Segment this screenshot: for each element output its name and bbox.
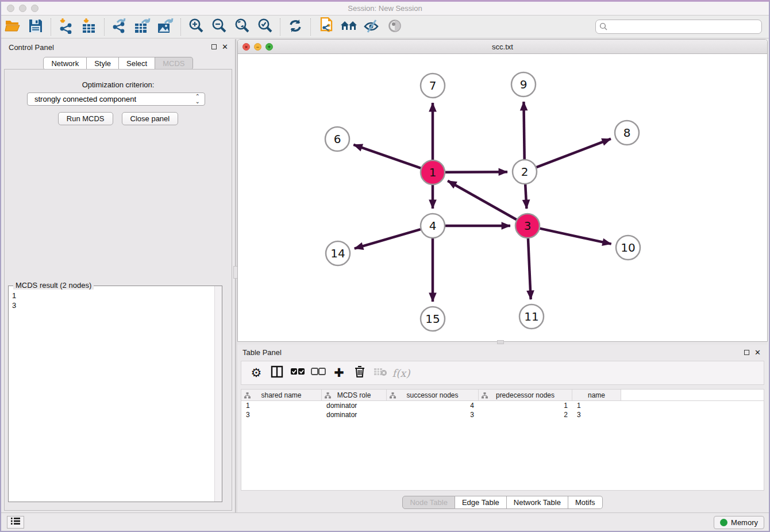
show-columns-button[interactable]: [267, 364, 287, 381]
tab-network[interactable]: Network: [43, 57, 87, 70]
create-column-button[interactable]: ✚: [329, 364, 349, 381]
zoom-in-button[interactable]: [186, 18, 206, 36]
toolbar-separator: [310, 18, 311, 36]
graph-edge-3-1[interactable]: [448, 181, 517, 219]
cell-shared-name[interactable]: 3: [241, 410, 322, 419]
deselect-all-button[interactable]: [308, 364, 329, 381]
cell-name[interactable]: 1: [572, 401, 621, 410]
criterion-value: strongly connected component: [34, 95, 136, 103]
table-settings-button[interactable]: ⚙: [246, 364, 267, 381]
delete-rows-button[interactable]: [349, 364, 370, 381]
splitter-grip[interactable]: [497, 340, 504, 344]
toolbar-separator: [51, 18, 51, 36]
column-header-name[interactable]: name: [572, 390, 621, 400]
graph-edge-1-2[interactable]: [445, 172, 507, 172]
hide-eye-icon: [363, 18, 380, 36]
cell-mcds-role[interactable]: dominator: [322, 410, 387, 419]
node-table: shared name MCDS role successor nodes pr…: [241, 389, 764, 491]
network-graph[interactable]: 7968124310141511: [238, 54, 767, 341]
close-panel-icon[interactable]: ✕: [222, 44, 228, 50]
new-network-from-selection-button[interactable]: [316, 18, 336, 36]
cell-successor-nodes[interactable]: 3: [387, 410, 479, 419]
export-image-icon: [157, 18, 174, 36]
cell-predecessor-nodes[interactable]: 1: [479, 401, 572, 410]
list-icon: [10, 517, 21, 527]
column-header-mcds-role[interactable]: MCDS role: [322, 390, 387, 400]
export-image-button[interactable]: [156, 18, 175, 36]
table-toolbar: ⚙ ✚ f(x): [241, 361, 764, 385]
graph-node-label: 7: [429, 79, 437, 92]
tab-node-table[interactable]: Node Table: [402, 496, 455, 509]
cell-name[interactable]: 3: [572, 410, 621, 419]
show-all-button[interactable]: [385, 18, 405, 36]
network-window-titlebar[interactable]: × − + scc.txt: [238, 40, 767, 54]
result-scrollbar[interactable]: [214, 286, 222, 502]
memory-label: Memory: [731, 518, 758, 527]
run-mcds-button[interactable]: Run MCDS: [58, 112, 113, 125]
document-network-icon: [318, 17, 334, 37]
column-header-shared-name[interactable]: shared name: [241, 390, 322, 400]
import-network-icon: [58, 18, 74, 36]
graph-edge-4-14[interactable]: [355, 229, 421, 248]
show-task-history-button[interactable]: [7, 516, 24, 529]
sort-tree-icon: [390, 392, 396, 399]
criterion-select[interactable]: strongly connected component ⌃⌄: [27, 92, 205, 106]
columns-icon: [271, 365, 283, 380]
memory-button[interactable]: Memory: [714, 516, 764, 529]
sort-tree-icon: [482, 392, 488, 399]
import-network-button[interactable]: [56, 18, 76, 36]
export-table-button[interactable]: [133, 18, 152, 36]
select-all-button[interactable]: [287, 364, 308, 381]
zoom-fit-button[interactable]: [232, 18, 252, 36]
control-panel-title: Control Panel: [9, 43, 54, 52]
graph-edge-3-10[interactable]: [540, 229, 611, 244]
search-input[interactable]: [595, 20, 762, 34]
import-table-button[interactable]: [79, 18, 99, 36]
cell-predecessor-nodes[interactable]: 2: [479, 410, 572, 419]
graph-edge-2-8[interactable]: [537, 139, 611, 167]
cell-mcds-role[interactable]: dominator: [322, 401, 387, 410]
delete-column-button[interactable]: [370, 364, 391, 381]
refresh-layout-button[interactable]: [286, 18, 305, 36]
tab-style[interactable]: Style: [87, 57, 119, 70]
function-builder-button[interactable]: f(x): [391, 364, 411, 381]
cell-successor-nodes[interactable]: 4: [387, 401, 479, 410]
graph-edge-1-6[interactable]: [353, 145, 421, 168]
plus-icon: ✚: [334, 366, 344, 380]
float-panel-icon[interactable]: [211, 44, 217, 49]
tab-motifs[interactable]: Motifs: [568, 496, 603, 509]
table-row[interactable]: 3 dominator 3 2 3: [241, 410, 764, 419]
save-session-button[interactable]: [26, 18, 45, 36]
session-title: Session: New Session: [1, 4, 769, 13]
float-panel-icon[interactable]: [744, 350, 749, 355]
close-panel-button[interactable]: Close panel: [122, 112, 179, 125]
tab-mcds[interactable]: MCDS: [155, 57, 192, 70]
select-stepper-icon: ⌃⌄: [195, 94, 200, 104]
export-network-button[interactable]: [110, 18, 129, 36]
mcds-result-box: MCDS result (2 nodes) 1 3: [8, 286, 222, 502]
open-session-button[interactable]: [3, 18, 22, 36]
zoom-out-button[interactable]: [209, 18, 229, 36]
graph-edge-2-9[interactable]: [523, 102, 524, 159]
network-canvas[interactable]: 7968124310141511: [238, 54, 767, 341]
tab-network-table[interactable]: Network Table: [507, 496, 568, 509]
column-header-successor-nodes[interactable]: successor nodes: [387, 390, 479, 400]
cell-shared-name[interactable]: 1: [241, 401, 322, 410]
toolbar-separator: [280, 18, 280, 36]
tab-select[interactable]: Select: [119, 57, 155, 70]
zoom-selected-button[interactable]: [255, 18, 275, 36]
column-header-filler: [621, 390, 764, 400]
graph-node-label: 4: [429, 219, 437, 233]
search-field-wrap: [595, 20, 762, 34]
column-header-predecessor-nodes[interactable]: predecessor nodes: [479, 390, 572, 400]
table-row[interactable]: 1 dominator 4 1 1: [241, 401, 764, 410]
show-eye-icon: [386, 18, 403, 36]
first-neighbors-button[interactable]: [339, 18, 359, 36]
sort-tree-icon: [325, 392, 331, 399]
tab-edge-table[interactable]: Edge Table: [455, 496, 507, 509]
graph-edge-2-3[interactable]: [525, 184, 526, 209]
hide-selected-button[interactable]: [362, 18, 382, 36]
toolbar-separator: [180, 18, 181, 36]
close-panel-icon[interactable]: ✕: [754, 349, 761, 356]
graph-edge-3-11[interactable]: [528, 238, 531, 299]
